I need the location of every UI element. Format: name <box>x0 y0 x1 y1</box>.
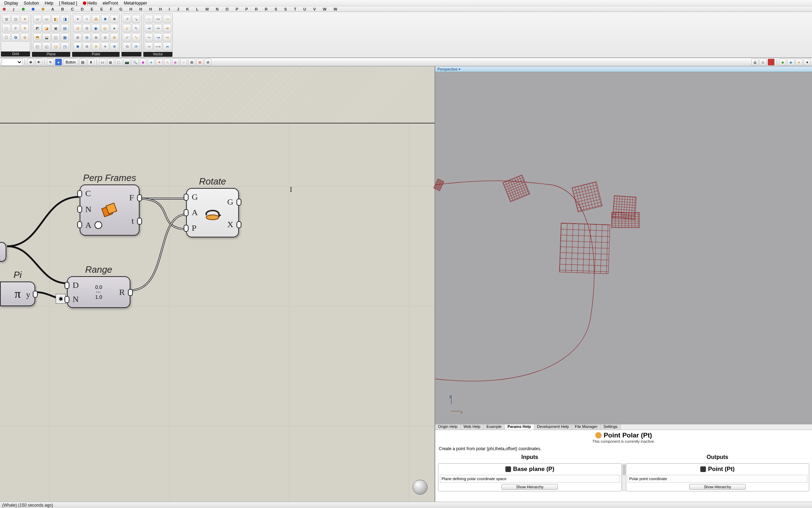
tb-btn[interactable]: ● <box>795 59 802 66</box>
tb-btn[interactable]: ✶ <box>156 59 163 66</box>
ribbon-tab[interactable]: S <box>284 7 287 11</box>
ribbon-tab[interactable]: G <box>119 7 123 11</box>
tb-btn[interactable]: ✥ <box>27 59 34 66</box>
tb-btn[interactable]: ● <box>148 59 155 66</box>
ribbon-icon[interactable]: ⊡ <box>11 15 20 23</box>
tb-btn[interactable]: 🔍 <box>131 59 139 66</box>
ribbon-tab[interactable] <box>3 8 6 11</box>
ribbon-tab[interactable]: P <box>245 7 248 11</box>
ribbon-icon[interactable]: ◲ <box>51 42 60 51</box>
ribbon-icon[interactable]: ⤡ <box>132 33 140 42</box>
tb-btn[interactable]: ◍ <box>107 59 114 66</box>
node-offscreen[interactable] <box>0 242 6 262</box>
ribbon-icon[interactable]: ↦ <box>154 15 162 23</box>
ribbon-tab[interactable]: E <box>91 7 93 11</box>
ribbon-icon[interactable]: ◱ <box>42 42 51 51</box>
ribbon-icon[interactable]: ◨ <box>61 15 69 23</box>
help-tab-web[interactable]: Web Help <box>461 424 484 430</box>
ribbon-tab[interactable]: F <box>110 7 112 11</box>
ribbon-icon[interactable]: ↠ <box>163 24 171 32</box>
ribbon-icon[interactable]: ● <box>110 24 118 32</box>
ribbon-tab[interactable]: D <box>81 7 84 11</box>
port-out-y[interactable]: y <box>26 290 30 300</box>
help-tab-settings[interactable]: Settings <box>601 424 621 430</box>
ribbon-icon[interactable]: ✦ <box>73 15 82 23</box>
port-out-x[interactable]: X <box>227 220 233 229</box>
port-grip[interactable] <box>137 194 142 201</box>
ribbon-icon[interactable]: ◌ <box>2 24 11 32</box>
ribbon-tab[interactable]: H <box>149 7 152 11</box>
port-grip[interactable] <box>184 209 189 216</box>
tb-btn[interactable]: ∿ <box>164 59 171 66</box>
port-grip[interactable] <box>128 289 133 296</box>
port-grip[interactable] <box>236 199 241 206</box>
tb-btn[interactable]: 👁 <box>35 59 42 66</box>
ribbon-icon[interactable]: ◫ <box>51 33 60 42</box>
ribbon-icon[interactable]: ✺ <box>101 15 109 23</box>
ribbon-icon[interactable]: ⊖ <box>82 33 91 42</box>
ribbon-icon[interactable]: ⇥ <box>144 24 153 32</box>
ribbon-tab[interactable]: R <box>255 7 258 11</box>
port-in-d[interactable]: D <box>73 280 79 290</box>
ribbon-tab[interactable]: B <box>61 7 64 11</box>
port-in-g[interactable]: G <box>192 192 198 202</box>
port-grip[interactable] <box>33 291 38 298</box>
tb-btn[interactable]: ● <box>55 59 62 66</box>
ribbon-icon[interactable]: ⤢ <box>123 33 131 42</box>
ribbon-tab[interactable]: M <box>205 7 209 11</box>
ribbon-tab[interactable]: K <box>186 7 189 11</box>
ribbon-icon[interactable]: ✦ <box>20 15 29 23</box>
port-in-a[interactable]: A <box>85 220 91 230</box>
viewport-3d[interactable]: z x <box>435 72 812 424</box>
ribbon-icon[interactable]: ↖ <box>132 24 140 32</box>
ribbon-icon[interactable]: ✵ <box>110 42 118 51</box>
tb-btn[interactable]: 🖨 <box>751 59 758 66</box>
node-pi[interactable]: Pi π y <box>0 282 35 306</box>
tb-btn[interactable]: 📷 <box>123 59 130 66</box>
ribbon-tab[interactable]: T <box>294 7 296 11</box>
port-in-p[interactable]: P <box>192 223 196 233</box>
ribbon-tab[interactable]: P <box>236 7 238 11</box>
tb-btn[interactable]: ▾ <box>804 59 811 66</box>
ribbon-icon[interactable]: ⊘ <box>101 33 109 42</box>
port-grip[interactable] <box>236 221 241 228</box>
tb-btn[interactable]: ⊞ <box>188 59 195 66</box>
ribbon-icon[interactable]: ⟲ <box>123 42 131 51</box>
tb-btn[interactable]: ⊞ <box>196 59 203 66</box>
ribbon-icon[interactable]: ⊞ <box>2 15 11 23</box>
help-tab-dev[interactable]: Development Help <box>534 424 572 430</box>
help-tab-params[interactable]: Params Help <box>505 424 534 430</box>
show-hierarchy-button[interactable]: Show Hierarchy <box>689 484 746 490</box>
ribbon-tab[interactable]: O <box>226 7 229 11</box>
ribbon-icon[interactable]: ▦ <box>61 33 69 42</box>
ribbon-icon[interactable]: ◩ <box>33 24 42 32</box>
ribbon-icon[interactable]: ⊚ <box>20 33 29 42</box>
tb-btn[interactable]: ▤ <box>79 59 86 66</box>
ribbon-tab[interactable]: W <box>323 7 326 11</box>
ribbon-icon[interactable]: ↛ <box>163 42 171 51</box>
node-perp-frames[interactable]: Perp Frames C N A F t <box>80 185 140 236</box>
port-in-c[interactable]: C <box>85 189 91 198</box>
help-tab-files[interactable]: File Manager <box>572 424 601 430</box>
menu-metahopper[interactable]: MetaHopper <box>121 1 150 6</box>
ribbon-tab[interactable]: H <box>139 7 142 11</box>
ribbon-icon[interactable]: ⬒ <box>33 33 42 42</box>
ribbon-icon[interactable]: ⊚ <box>82 24 91 32</box>
ribbon-icon[interactable]: ⊙ <box>73 24 82 32</box>
ribbon-tab[interactable] <box>22 8 25 11</box>
viewport-title-bar[interactable]: Perspective ▸ <box>435 66 812 72</box>
ribbon-tab[interactable]: W <box>333 7 337 11</box>
viewport-dropdown-icon[interactable]: ▸ <box>459 67 461 71</box>
ribbon-icon[interactable]: ⟳ <box>132 42 140 51</box>
ribbon-icon[interactable]: ⁂ <box>92 15 100 23</box>
ribbon-icon[interactable]: ⟿ <box>154 42 162 51</box>
boolean-toggle-icon[interactable] <box>94 221 102 229</box>
ribbon-tab[interactable]: L <box>196 7 198 11</box>
ribbon-icon[interactable]: ⇝ <box>163 33 171 42</box>
ribbon-icon[interactable]: ▣ <box>51 24 60 32</box>
ribbon-tab[interactable]: V <box>313 7 316 11</box>
ribbon-tab[interactable]: U <box>303 7 306 11</box>
show-hierarchy-button[interactable]: Show Hierarchy <box>502 484 558 490</box>
ribbon-tab[interactable]: H <box>129 7 132 11</box>
ribbon-icon[interactable]: ◪ <box>42 24 51 32</box>
